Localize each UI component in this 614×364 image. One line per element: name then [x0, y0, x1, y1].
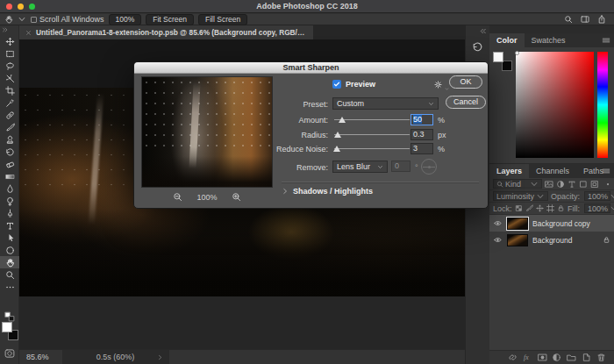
zoom-100-button[interactable]: 100% [109, 14, 142, 25]
radius-slider[interactable] [334, 134, 410, 135]
reduce-noise-slider-thumb[interactable] [333, 146, 340, 152]
layer-row-background-copy[interactable]: Background copy [489, 215, 614, 232]
link-layers-icon[interactable] [508, 353, 518, 362]
reduce-noise-input[interactable]: 3 [411, 143, 433, 154]
fit-screen-button[interactable]: Fit Screen [146, 14, 194, 25]
radius-slider-thumb[interactable] [334, 132, 341, 138]
amount-input[interactable]: 50 [411, 114, 433, 125]
foreground-color-chip[interactable] [493, 52, 503, 62]
lock-pixels-icon[interactable] [525, 204, 533, 212]
edit-toolbar-button[interactable] [0, 281, 19, 293]
history-panel-icon[interactable] [472, 41, 483, 53]
minimize-window-button[interactable] [18, 4, 24, 10]
remove-dropdown[interactable]: Lens Blur [332, 161, 388, 173]
filter-shape-layers-icon[interactable] [579, 180, 588, 189]
shadows-highlights-toggle[interactable]: Shadows / Highlights [282, 187, 373, 196]
hue-slider[interactable] [597, 52, 608, 158]
close-tab-icon[interactable] [25, 30, 32, 36]
layer-row-background[interactable]: Background [489, 232, 614, 248]
lock-all-icon[interactable] [557, 204, 565, 212]
blend-mode-dropdown[interactable]: Luminosity [493, 191, 548, 201]
scroll-all-windows-checkbox[interactable]: Scroll All Windows [31, 15, 104, 24]
layer-thumbnail[interactable] [507, 234, 528, 246]
tab-color[interactable]: Color [489, 33, 525, 47]
spot-healing-brush-tool[interactable] [0, 109, 19, 121]
cancel-button[interactable]: Cancel [446, 96, 486, 109]
quick-selection-tool[interactable] [0, 72, 19, 84]
filter-toggle-icon[interactable] [605, 182, 610, 187]
tab-layers[interactable]: Layers [489, 164, 529, 178]
clone-stamp-tool[interactable] [0, 133, 19, 146]
foreground-background-swatches[interactable] [2, 322, 18, 340]
panel-menu-icon[interactable] [602, 167, 610, 175]
path-selection-tool[interactable] [0, 232, 19, 244]
history-brush-tool[interactable] [0, 146, 19, 158]
share-icon[interactable] [597, 15, 606, 24]
delete-layer-icon[interactable] [596, 353, 606, 362]
marquee-tool[interactable] [0, 47, 19, 60]
search-icon[interactable] [564, 15, 573, 24]
new-group-icon[interactable] [567, 353, 576, 362]
lasso-tool[interactable] [0, 60, 19, 72]
filter-type-layers-icon[interactable] [568, 180, 576, 189]
filter-smart-objects-icon[interactable] [590, 180, 599, 189]
status-options-chevron-icon[interactable] [157, 354, 163, 360]
zoom-window-button[interactable] [29, 4, 35, 10]
eraser-tool[interactable] [0, 158, 19, 170]
saturation-brightness-map[interactable] [516, 52, 594, 158]
filter-pixel-layers-icon[interactable] [545, 180, 553, 189]
preview-zoom-level[interactable]: 100% [196, 193, 217, 202]
color-fg-bg-swatches[interactable] [493, 52, 512, 71]
quick-mask-button[interactable] [4, 348, 16, 359]
filter-kind-dropdown[interactable]: Kind [493, 179, 542, 189]
fill-screen-button[interactable]: Fill Screen [198, 14, 247, 25]
radius-input[interactable]: 0.3 [411, 129, 433, 140]
shape-tool[interactable] [0, 244, 19, 256]
close-window-button[interactable] [6, 4, 12, 10]
adjustment-layer-icon[interactable] [552, 353, 561, 362]
move-tool[interactable] [0, 35, 19, 47]
new-layer-icon[interactable] [582, 353, 591, 362]
checkbox-box[interactable] [31, 17, 37, 23]
add-mask-icon[interactable] [538, 353, 547, 362]
color-picker-marker[interactable] [515, 51, 519, 55]
lock-transparency-icon[interactable] [515, 204, 523, 212]
reduce-noise-slider[interactable] [334, 148, 410, 149]
type-tool[interactable] [0, 219, 19, 232]
dodge-tool[interactable] [0, 195, 19, 207]
tab-channels[interactable]: Channels [529, 164, 576, 178]
tab-swatches[interactable]: Swatches [525, 33, 573, 47]
foreground-color-swatch[interactable] [2, 322, 12, 332]
hand-tool[interactable] [0, 256, 19, 268]
dialog-title[interactable]: Smart Sharpen [134, 62, 488, 74]
lock-artboard-icon[interactable] [546, 204, 554, 212]
preview-checkbox[interactable]: Preview [332, 80, 375, 89]
tool-preset-chevron-icon[interactable] [18, 15, 26, 24]
workspace-icon[interactable] [581, 15, 589, 24]
eyedropper-tool[interactable] [0, 96, 19, 109]
default-colors-icon[interactable] [4, 311, 15, 322]
gear-menu-chevron-icon[interactable] [445, 87, 449, 91]
lock-position-icon[interactable] [536, 204, 544, 212]
gear-icon[interactable] [433, 80, 443, 89]
zoom-out-icon[interactable] [173, 192, 182, 202]
fill-dropdown[interactable]: 100% [584, 203, 610, 213]
filter-adjustment-layers-icon[interactable] [556, 180, 565, 189]
amount-slider-thumb[interactable] [339, 117, 346, 123]
checkbox-box[interactable] [332, 80, 341, 89]
expand-toolbar-icon[interactable] [2, 26, 9, 33]
status-info[interactable]: 0.5s (60%) [62, 350, 169, 364]
zoom-tool[interactable] [0, 268, 19, 281]
layer-name[interactable]: Background copy [532, 219, 590, 228]
layer-thumbnail[interactable] [507, 218, 528, 230]
status-zoom-level[interactable]: 85.6% [26, 353, 49, 361]
pen-tool[interactable] [0, 207, 19, 219]
crop-tool[interactable] [0, 84, 19, 96]
blur-tool[interactable] [0, 182, 19, 195]
preset-dropdown[interactable]: Custom [332, 97, 439, 110]
panel-menu-icon[interactable] [602, 36, 610, 45]
ok-button[interactable]: OK [449, 75, 482, 89]
collapse-panels-icon[interactable] [479, 27, 487, 35]
layer-style-icon[interactable]: fx [523, 353, 532, 362]
brush-tool[interactable] [0, 121, 19, 133]
